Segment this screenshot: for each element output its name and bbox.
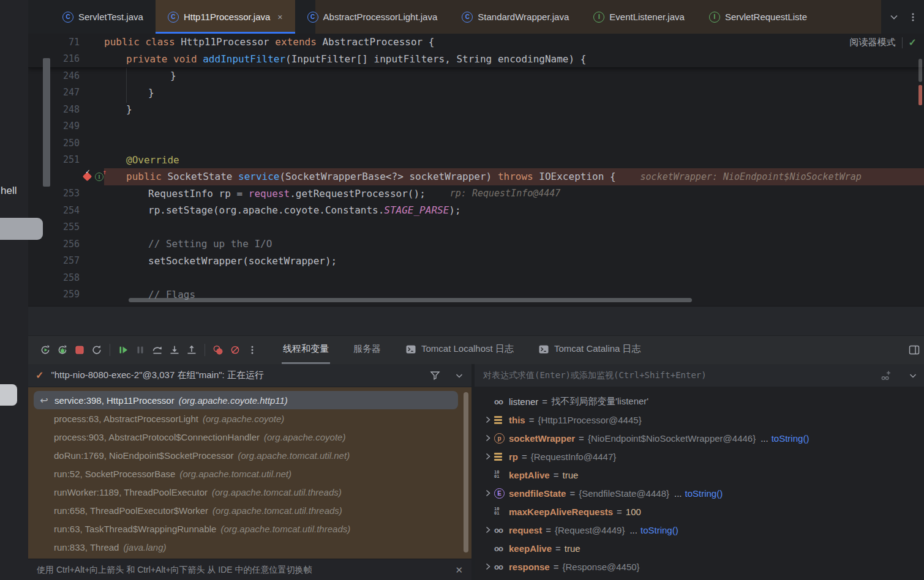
frame-location: run:52, SocketProcessorBase (54, 469, 175, 479)
frame-location: process:63, AbstractProcessorLight (54, 414, 198, 424)
tostring-link[interactable]: toString() (685, 488, 723, 499)
variable-row-request[interactable]: oorequest={Request@4449}...toString() (475, 521, 924, 539)
stack-frame[interactable]: run:658, ThreadPoolExecutor$Worker(org.a… (28, 501, 471, 519)
resume-button[interactable] (115, 341, 132, 359)
variable-row-rp[interactable]: rp={RequestInfo@4447} (475, 447, 924, 466)
view-breakpoints-button[interactable] (209, 341, 227, 359)
layout-settings-icon[interactable] (906, 341, 923, 359)
variable-row-keptAlive[interactable]: 1001keptAlive=true (475, 466, 924, 484)
rerun-debug-button[interactable] (54, 341, 71, 359)
debugger-tab-4[interactable]: Tomcat Catalina 日志 (537, 336, 642, 364)
frames-scrollbar[interactable] (464, 392, 468, 552)
overrides-method-icon[interactable]: I↑ (95, 171, 105, 182)
variable-row-sendfileState[interactable]: EsendfileState={SendfileState@4448}...to… (475, 484, 924, 502)
error-stripe-mark[interactable] (918, 85, 922, 105)
editor-horizontal-scrollbar[interactable] (129, 298, 692, 302)
code-line: 249 (28, 118, 924, 135)
stack-frame[interactable]: runWorker:1189, ThreadPoolExecutor(org.a… (28, 483, 471, 501)
code-line: 246} (28, 67, 924, 84)
pause-button[interactable] (132, 341, 149, 359)
debugger-tab-2[interactable]: 服务器 (352, 336, 382, 364)
reader-mode-chip[interactable]: 阅读器模式 ✓ (850, 37, 917, 48)
stop-button[interactable] (71, 341, 88, 359)
stack-frame[interactable]: run:52, SocketProcessorBase(org.apache.t… (28, 464, 471, 483)
line-number: 249 (28, 121, 80, 132)
panel-separator-band (28, 306, 924, 336)
variable-name: request (509, 525, 542, 535)
variable-name: sendfileState (509, 488, 566, 499)
stack-frame[interactable]: ↩service:398, Http11Processor(org.apache… (34, 391, 458, 409)
thread-running-check-icon: ✓ (36, 370, 43, 381)
variable-row-socketWrapper[interactable]: psocketWrapper={NioEndpoint$NioSocketWra… (475, 429, 924, 447)
overlay-button[interactable] (0, 218, 43, 240)
breakpoint-verified-icon[interactable]: ✓ (83, 172, 92, 181)
watch-collapse-chevron-icon[interactable] (908, 371, 918, 381)
add-watch-icon[interactable] (880, 370, 892, 382)
ide-window: hell CServletTest.javaCHttp11Processor.j… (0, 0, 924, 580)
editor-tab-5[interactable]: IEventListener.java (581, 0, 697, 34)
variable-row-maxKeepAliveRequests[interactable]: 1001maxKeepAliveRequests=100 (475, 502, 924, 521)
step-out-button[interactable] (183, 341, 200, 359)
tostring-link[interactable]: toString() (640, 525, 678, 535)
variable-row-response[interactable]: ooresponse={Response@4450} (475, 557, 924, 576)
expand-chevron-icon[interactable] (482, 452, 494, 461)
evaluate-expression-row[interactable]: 对表达式求值(Enter)或添加监视(Ctrl+Shift+Enter) (475, 364, 924, 387)
mute-breakpoints-button[interactable] (227, 341, 244, 359)
editor-tab-6[interactable]: IServletRequestListe (697, 0, 819, 34)
variable-name: rp (509, 452, 518, 462)
debugger-tab-1[interactable]: 线程和变量 (282, 336, 330, 364)
stack-frame[interactable]: run:833, Thread(java.lang) (28, 538, 471, 556)
editor-vertical-scrollbar[interactable] (918, 59, 922, 82)
expand-chevron-icon[interactable] (482, 489, 494, 497)
expand-chevron-icon[interactable] (482, 415, 494, 424)
reader-mode-label: 阅读器模式 (850, 37, 896, 48)
stack-frame[interactable]: run:63, TaskThread$WrappingRunnable(org.… (28, 519, 471, 538)
debugger-more-kebab-icon[interactable] (244, 341, 261, 359)
code-token: } (148, 87, 154, 99)
frame-package: (org.apache.coyote.http11) (179, 395, 288, 406)
expand-chevron-icon[interactable] (482, 562, 494, 571)
inspections-ok-icon[interactable]: ✓ (909, 37, 917, 48)
breakpoint-line: public SocketState service(SocketWrapper… (104, 168, 924, 185)
line-number: 253 (28, 188, 80, 199)
tab-more-kebab-icon[interactable] (908, 12, 918, 23)
variable-row-keepAlive[interactable]: ookeepAlive=true (475, 539, 924, 557)
step-over-button[interactable] (149, 341, 166, 359)
editor-left-scrollbar[interactable] (43, 58, 50, 187)
stack-frame[interactable]: process:63, AbstractProcessorLight(org.a… (28, 409, 471, 428)
hint-close-icon[interactable]: ✕ (455, 565, 463, 576)
frames-hint-bar: 使用 Ctrl+Alt+向上箭头 和 Ctrl+Alt+向下箭头 从 IDE 中… (28, 559, 471, 580)
debugger-tab-3[interactable]: Tomcat Localhost 日志 (404, 336, 515, 364)
frame-package: (org.apache.coyote) (264, 432, 345, 442)
thread-dropdown-chevron-icon[interactable] (454, 371, 464, 381)
primitive-icon: 1001 (494, 507, 509, 516)
class-icon: C (462, 12, 473, 23)
equals-sign: = (569, 488, 575, 499)
variable-name: keptAlive (509, 470, 550, 480)
expand-chevron-icon[interactable] (482, 526, 494, 534)
editor-tab-3[interactable]: CAbstractProcessorLight.java (295, 0, 450, 34)
frame-location: service:398, Http11Processor (54, 395, 175, 406)
rerun-server-button[interactable] (88, 341, 105, 359)
variable-row-this[interactable]: this={Http11Processor@4445} (475, 411, 924, 429)
line-number: 71 (28, 37, 80, 48)
editor-tab-4[interactable]: CStandardWrapper.java (449, 0, 581, 34)
filter-frames-icon[interactable] (429, 370, 441, 381)
tostring-link[interactable]: toString() (772, 433, 809, 444)
code-line: 256// Setting up the I/O (28, 236, 924, 253)
variable-row-listener[interactable]: oolistener=找不到局部变量'listener' (475, 392, 924, 411)
code-editor[interactable]: 246}247}248}249250251@Override✓I↑public … (28, 34, 924, 306)
rerun-button[interactable] (37, 341, 54, 359)
stack-frame[interactable]: process:903, AbstractProtocol$Connection… (28, 428, 471, 446)
editor-tab-1[interactable]: CServletTest.java (50, 0, 156, 34)
editor-tab-2[interactable]: CHttp11Processor.java× (156, 0, 295, 34)
overlay-button-small[interactable] (0, 384, 17, 406)
thread-selector[interactable]: ✓ "http-nio-8080-exec-2"@3,037 在组"main":… (28, 364, 471, 387)
stack-frame[interactable]: doRun:1769, NioEndpoint$SocketProcessor(… (28, 446, 471, 464)
tab-close-icon[interactable]: × (277, 12, 282, 22)
step-into-button[interactable] (166, 341, 183, 359)
variable-name: keepAlive (509, 543, 552, 554)
expand-chevron-icon[interactable] (482, 434, 494, 442)
tab-overflow-chevron-icon[interactable] (888, 12, 900, 23)
variables-pane: 对表达式求值(Enter)或添加监视(Ctrl+Shift+Enter) ool… (475, 364, 924, 580)
